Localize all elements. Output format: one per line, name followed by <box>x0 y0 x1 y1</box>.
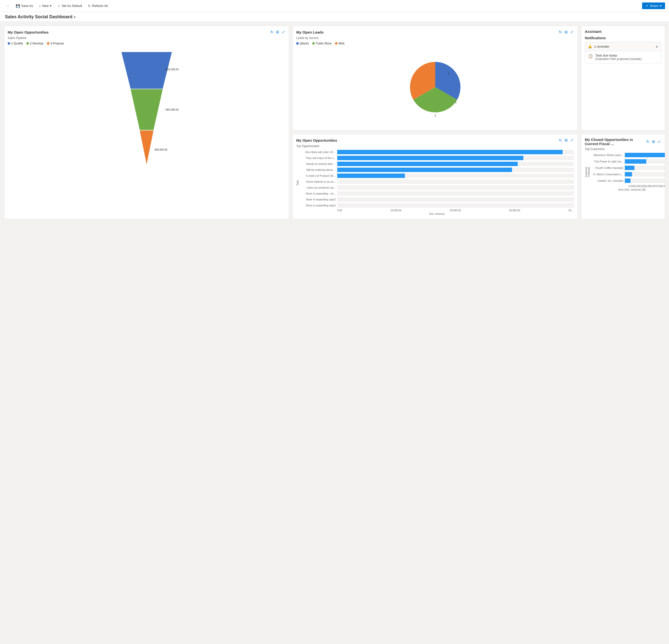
save-icon: 💾 <box>16 4 20 8</box>
check-icon: ✓ <box>58 4 60 8</box>
top-opp-bar-row: Likes our products (sa... <box>300 185 574 190</box>
top-opp-bar-row: 6 orders of Product SK... <box>300 173 574 178</box>
page-title-chevron-icon[interactable]: ▾ <box>74 15 75 19</box>
page-title: Sales Activity Social Dashboard <box>5 14 72 19</box>
closed-opp-y-axis: Potential Customer <box>585 153 590 191</box>
top-opp-chart-area: Topic Very likely will order 18 ...They … <box>296 150 574 215</box>
customer-bar-track <box>625 159 665 164</box>
closed-opp-bar-row: City Power & Light (sa... <box>591 159 665 164</box>
reminder-header-left: 🔔 1 reminder <box>588 45 609 48</box>
page-header: Sales Activity Social Dashboard ▾ <box>0 12 669 22</box>
legend-dot-blank <box>296 42 299 45</box>
bar-label: Store is expanding opty3 <box>300 204 336 207</box>
open-opp-refresh-btn[interactable]: ↻ <box>270 29 274 35</box>
closed-opp-title: My Closed Opportunities in Current Fisca… <box>585 138 646 146</box>
open-opp-expand-btn[interactable]: ⤢ <box>281 29 285 35</box>
new-label: New <box>42 4 48 8</box>
bar-label: Likes our products (sa... <box>300 186 336 189</box>
reminder-header[interactable]: 🔔 1 reminder ∧ <box>585 42 661 51</box>
legend-dot-propose <box>47 42 49 45</box>
legend-label-qualify: 1-Qualify <box>11 42 23 45</box>
legend-label-web: Web <box>339 42 344 45</box>
closed-opp-data-btn[interactable]: ⊞ <box>652 139 656 144</box>
bar-track <box>337 173 574 178</box>
top-opp-y-label: Topic <box>296 173 299 192</box>
set-default-button[interactable]: ✓ Set As Default <box>55 2 84 9</box>
top-opp-data-btn[interactable]: ⊞ <box>564 138 568 143</box>
customer-label: A. Datum Corporation (... <box>591 173 623 176</box>
closed-opp-expand-btn[interactable]: ⤢ <box>657 139 661 144</box>
refresh-button[interactable]: ↻ Refresh All <box>85 2 110 9</box>
closed-opportunities-card: My Closed Opportunities in Current Fisca… <box>581 134 665 219</box>
top-opp-refresh-btn[interactable]: ↻ <box>558 138 563 143</box>
closed-opp-refresh-btn[interactable]: ↻ <box>646 139 650 144</box>
open-leads-actions: ↻ ⊞ ⤢ <box>558 29 574 35</box>
open-opportunities-card: My Open Opportunities ↻ ⊞ ⤢ Sales Pipeli… <box>4 26 289 219</box>
x-tick: 10,000.00 <box>390 209 401 212</box>
svg-text:– $55,000.00: – $55,000.00 <box>164 109 179 111</box>
open-leads-header: My Open Leads ↻ ⊞ ⤢ <box>296 29 574 35</box>
legend-label-propose: 3-Propose <box>51 42 64 45</box>
open-opp-data-btn[interactable]: ⊞ <box>275 29 280 35</box>
x-tick: 25,000.00 <box>633 185 644 188</box>
closed-opp-chart-area: Potential Customer Adventure Works (sam.… <box>585 153 661 191</box>
top-opp-bar-chart: Very likely will order 18 ...They sell m… <box>300 150 574 207</box>
open-opp-legend: 1-Qualify 2-Develop 3-Propose <box>8 42 285 45</box>
svg-marker-1 <box>131 89 163 130</box>
new-button[interactable]: + New ▾ <box>37 2 54 9</box>
svg-text:$36,000.00: $36,000.00 <box>155 148 167 151</box>
back-button[interactable]: ← <box>4 2 12 9</box>
leads-data-btn[interactable]: ⊞ <box>564 29 568 35</box>
reminder-text: Task due today Evaluation Plan proposed … <box>595 54 642 61</box>
customer-label: Litware, Inc. (sample) <box>591 179 623 182</box>
top-opp-bar-row: Store is expanding - se... <box>300 191 574 196</box>
top-opp-bar-row: Store is expanding opty3 <box>300 203 574 207</box>
open-opp-subtitle: Sales Pipeline <box>8 36 285 40</box>
x-tick: 20,000.00 <box>450 209 461 212</box>
bell-icon: 🔔 <box>588 45 592 48</box>
set-default-label: Set As Default <box>62 4 82 8</box>
top-opp-bar-row: Some interest in our pr... <box>300 180 574 184</box>
customer-label: City Power & Light (sa... <box>591 160 623 163</box>
leads-refresh-btn[interactable]: ↻ <box>558 29 563 35</box>
task-desc: Evaluation Plan proposed (sample) <box>595 57 642 61</box>
x-tick: 0.00 <box>628 185 633 188</box>
customer-bar-fill <box>625 172 632 176</box>
top-opp-header: My Open Opportunities ↻ ⊞ ⤢ <box>296 138 574 143</box>
legend-item-blank: (blank) <box>296 42 309 45</box>
legend-item-develop: 2-Develop <box>26 42 43 45</box>
customer-label: Fourth Coffee (sample) <box>591 166 623 169</box>
bar-label: Very likely will order 18 ... <box>300 151 336 154</box>
bar-fill <box>337 150 563 154</box>
bar-track <box>337 180 574 184</box>
refresh-icon: ↻ <box>88 4 91 8</box>
legend-dot-web <box>335 42 338 45</box>
share-button[interactable]: ↗ Share ▾ <box>642 2 665 9</box>
customer-bar-fill <box>625 178 630 183</box>
bar-fill <box>337 173 405 178</box>
share-label: Share <box>650 4 658 8</box>
closed-opp-x-axis: 0.0025,000.0050,000.0075,000.00100... <box>591 185 665 188</box>
open-opp-actions: ↻ ⊞ ⤢ <box>270 29 285 35</box>
bar-track <box>337 191 574 196</box>
leads-expand-btn[interactable]: ⤢ <box>570 29 574 35</box>
top-opp-expand-btn[interactable]: ⤢ <box>570 138 574 143</box>
svg-text:– $25,000.00: – $25,000.00 <box>164 68 179 71</box>
x-tick: 30,000.00 <box>509 209 520 212</box>
save-as-button[interactable]: 💾 Save As <box>13 2 35 9</box>
legend-dot-develop <box>26 42 29 45</box>
svg-text:1: 1 <box>434 114 436 117</box>
assistant-title: Assistant <box>585 29 602 33</box>
bar-label: Some interest in our pr... <box>300 180 336 183</box>
legend-dot-qualify <box>8 42 10 45</box>
bar-fill <box>337 162 518 166</box>
task-icon: 📋 <box>588 54 593 58</box>
top-opp-subtitle: Top Opportunities <box>296 144 574 148</box>
top-opp-bars: Very likely will order 18 ...They sell m… <box>300 150 574 215</box>
legend-item-propose: 3-Propose <box>47 42 64 45</box>
top-opp-bar-row: Store is expanding opty2 <box>300 197 574 202</box>
x-tick: 40,... <box>569 209 574 212</box>
legend-label-tradeshow: Trade Show <box>316 42 331 45</box>
open-leads-title: My Open Leads <box>296 30 324 34</box>
top-opp-bar-row: Will be ordering about ... <box>300 168 574 172</box>
